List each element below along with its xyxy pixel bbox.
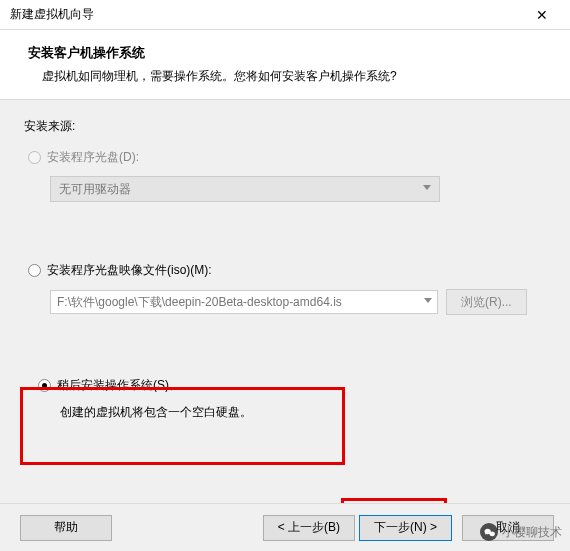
radio-icon bbox=[28, 151, 41, 164]
back-button[interactable]: < 上一步(B) bbox=[263, 515, 355, 541]
watermark-text: 小樱聊技术 bbox=[502, 524, 562, 541]
page-subtitle: 虚拟机如同物理机，需要操作系统。您将如何安装客户机操作系统? bbox=[28, 68, 542, 85]
close-button[interactable]: ✕ bbox=[522, 1, 562, 29]
wechat-icon bbox=[480, 523, 498, 541]
browse-button[interactable]: 浏览(R)... bbox=[446, 289, 527, 315]
page-title: 安装客户机操作系统 bbox=[28, 44, 542, 62]
close-icon: ✕ bbox=[536, 7, 548, 23]
help-button[interactable]: 帮助 bbox=[20, 515, 112, 541]
radio-install-disc: 安装程序光盘(D): bbox=[28, 149, 546, 166]
next-button[interactable]: 下一步(N) > bbox=[359, 515, 452, 541]
wizard-header: 安装客户机操作系统 虚拟机如同物理机，需要操作系统。您将如何安装客户机操作系统? bbox=[0, 30, 570, 100]
radio-label-iso: 安装程序光盘映像文件(iso)(M): bbox=[47, 262, 212, 279]
iso-path-input[interactable] bbox=[50, 290, 438, 314]
drive-select: 无可用驱动器 bbox=[50, 176, 440, 202]
radio-install-iso[interactable]: 安装程序光盘映像文件(iso)(M): bbox=[28, 262, 546, 279]
radio-label-disc: 安装程序光盘(D): bbox=[47, 149, 139, 166]
wizard-content: 安装来源: 安装程序光盘(D): 无可用驱动器 安装程序光盘映像文件(iso)(… bbox=[0, 100, 570, 551]
window-title: 新建虚拟机向导 bbox=[10, 6, 522, 23]
radio-icon bbox=[28, 264, 41, 277]
chevron-down-icon[interactable] bbox=[424, 298, 432, 303]
chevron-down-icon bbox=[423, 185, 431, 190]
highlight-option-later bbox=[20, 387, 345, 465]
source-label: 安装来源: bbox=[24, 118, 546, 135]
watermark: 小樱聊技术 bbox=[480, 523, 562, 541]
titlebar: 新建虚拟机向导 ✕ bbox=[0, 0, 570, 30]
drive-select-text: 无可用驱动器 bbox=[59, 181, 131, 198]
